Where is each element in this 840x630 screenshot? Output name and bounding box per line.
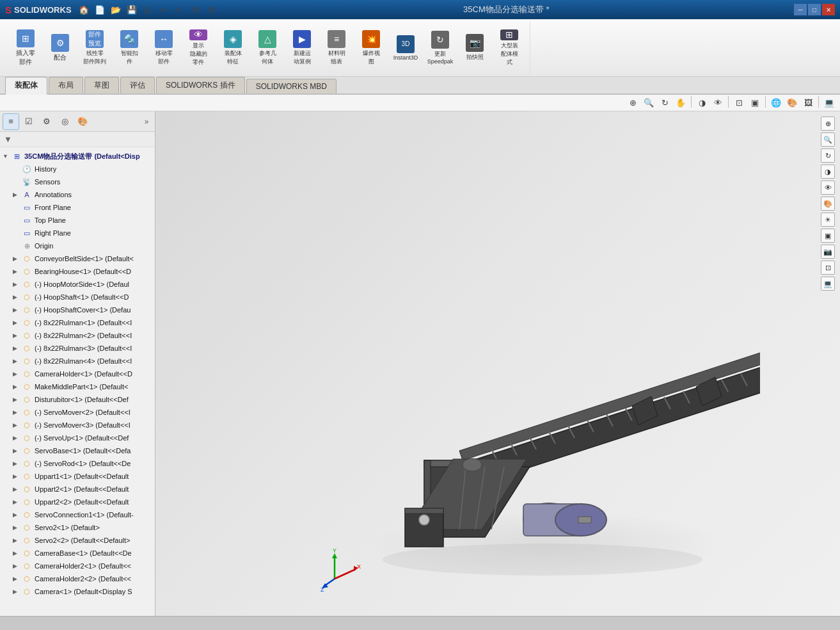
part-label-14: (-) ServoMover<3> (Default<<I [35, 421, 131, 429]
tree-uppart2-1[interactable]: ▶ ⬡ Uppart2<1> (Default<<Default [0, 483, 155, 496]
tree-rulman4[interactable]: ▶ ⬡ (-) 8x22Rulman<4> (Default<<I [0, 355, 155, 368]
save-btn[interactable]: 💾 [125, 3, 139, 17]
rebuild-btn[interactable]: ⚙ [189, 3, 203, 17]
tree-right-plane[interactable]: ▭ Right Plane [0, 227, 155, 239]
tree-servo2-2[interactable]: ▶ ⬡ Servo2<2> (Default<<Default> [0, 534, 155, 547]
rt-triad-btn[interactable]: ⊕ [821, 117, 835, 131]
tree-servomover2[interactable]: ▶ ⬡ (-) ServoMover<2> (Default<<I [0, 406, 155, 419]
update-speedpak-btn[interactable]: ↻ 更新Speedpak [424, 29, 457, 67]
display-manager-btn[interactable]: 🎨 [74, 113, 91, 130]
mate-btn[interactable]: ⚙ 配合 [44, 29, 77, 67]
tab-evaluate[interactable]: 评估 [120, 77, 155, 93]
large-assembly-btn[interactable]: ⊞ 大型装配体模式 [493, 29, 526, 67]
rt-rotate-btn[interactable]: ↻ [821, 149, 835, 163]
view-rotate-btn[interactable]: ↻ [658, 96, 672, 110]
home-btn[interactable]: 🏠 [77, 3, 91, 17]
tree-camera1[interactable]: ▶ ⬡ Camera<1> (Default<Display S [0, 585, 155, 598]
tree-hoopshaftcover[interactable]: ▶ ⬡ (-) HoopShaftCover<1> (Defau [0, 303, 155, 316]
tree-camerabase[interactable]: ▶ ⬡ CameraBase<1> (Default<<De [0, 547, 155, 560]
undo-btn[interactable]: ↩ [157, 3, 171, 17]
tree-sensors[interactable]: 📡 Sensors [0, 175, 155, 188]
options-btn[interactable]: ⚙ [205, 3, 219, 17]
rt-section-btn[interactable]: ◑ [821, 165, 835, 179]
maximize-btn[interactable]: □ [808, 4, 821, 15]
tree-root-item[interactable]: ▼ ⊞ 35CM物品分选输送带 (Default<Disp [0, 150, 155, 163]
tree-bearinghouse[interactable]: ▶ ⬡ BearingHouse<1> (Default<<D [0, 265, 155, 278]
rt-light-btn[interactable]: ☀ [821, 213, 835, 227]
rt-appear-btn[interactable]: 🎨 [821, 197, 835, 211]
print-btn[interactable]: 🖨 [141, 3, 155, 17]
tree-hoopmotorside[interactable]: ▶ ⬡ (-) HoopMotorSide<1> (Defaul [0, 278, 155, 291]
tree-servomover3[interactable]: ▶ ⬡ (-) ServoMover<3> (Default<<I [0, 419, 155, 432]
tree-top-plane[interactable]: ▭ Top Plane [0, 214, 155, 227]
scene-btn[interactable]: 🌐 [769, 96, 783, 110]
view-triad-btn[interactable]: ⊕ [626, 96, 640, 110]
tree-rulman2[interactable]: ▶ ⬡ (-) 8x22Rulman<2> (Default<<I [0, 329, 155, 342]
instant3d-btn[interactable]: 3D Instant3D [389, 29, 422, 67]
open-btn[interactable]: 📂 [109, 3, 123, 17]
tree-uppart2-2[interactable]: ▶ ⬡ Uppart2<2> (Default<<Default [0, 496, 155, 508]
tab-sw-plugins[interactable]: SOLIDWORKS 插件 [156, 77, 245, 93]
3d-viewport[interactable]: Y X Z ⊕ 🔍 ↻ ◑ 👁 🎨 ☀ ▣ 📷 ⊡ 💻 [155, 111, 840, 630]
tree-disturubitor[interactable]: ▶ ⬡ Disturubitor<1> (Default<<Def [0, 393, 155, 406]
tree-cameraholder2-2[interactable]: ▶ ⬡ CameraHolder2<2> (Default<< [0, 572, 155, 585]
appearance-btn[interactable]: 🎨 [785, 96, 799, 110]
tree-serverod[interactable]: ▶ ⬡ (-) ServoRod<1> (Default<<De [0, 457, 155, 470]
minimize-btn[interactable]: ─ [794, 4, 807, 15]
select-btn[interactable]: ↖ [173, 3, 187, 17]
shadow-btn[interactable]: ▣ [748, 96, 762, 110]
tab-assembly[interactable]: 装配体 [5, 77, 47, 95]
smart-fastener-btn[interactable]: 🔩 智能扣件 [113, 29, 146, 67]
section-view-btn[interactable]: ◑ [695, 96, 709, 110]
tree-history[interactable]: 🕐 History [0, 163, 155, 175]
decal-btn[interactable]: 🖼 [801, 96, 815, 110]
tree-front-plane[interactable]: ▭ Front Plane [0, 201, 155, 214]
tab-layout[interactable]: 布局 [49, 77, 83, 93]
tree-uppart1-1[interactable]: ▶ ⬡ Uppart1<1> (Default<<Default [0, 470, 155, 483]
rt-camera-btn[interactable]: 📷 [821, 245, 835, 259]
tree-conveyorbeltside[interactable]: ▶ ⬡ ConveyorBeltSide<1> (Default< [0, 252, 155, 265]
config-manager-btn[interactable]: ⚙ [38, 113, 55, 130]
tree-servo2-1[interactable]: ▶ ⬡ Servo2<1> (Default> [0, 521, 155, 534]
new-btn[interactable]: 📄 [93, 3, 107, 17]
close-btn[interactable]: ✕ [822, 4, 835, 15]
tree-servoup[interactable]: ▶ ⬡ (-) ServoUp<1> (Default<<Def [0, 432, 155, 444]
ref-geometry-btn[interactable]: △ 参考几何体 [251, 29, 284, 67]
view-zoom-btn[interactable]: 🔍 [642, 96, 656, 110]
tree-origin[interactable]: ⊕ Origin [0, 239, 155, 252]
tree-servobase[interactable]: ▶ ⬡ ServoBase<1> (Default<<Defa [0, 444, 155, 457]
move-component-btn[interactable]: ↔ 移动零部件 [147, 29, 180, 67]
tab-sw-mbd[interactable]: SOLIDWORKS MBD [246, 79, 337, 93]
tree-cameraholder[interactable]: ▶ ⬡ CameraHolder<1> (Default<<D [0, 368, 155, 380]
assembly-feature-btn[interactable]: ◈ 装配体特征 [216, 29, 250, 67]
snapshot-btn[interactable]: 📷 拍快照 [458, 29, 491, 67]
tab-sketch[interactable]: 草图 [84, 77, 119, 93]
tree-makemiddlepart[interactable]: ▶ ⬡ MakeMiddlePart<1> (Default< [0, 380, 155, 393]
rt-view-btn[interactable]: ⊡ [821, 261, 835, 275]
rt-display-btn[interactable]: 💻 [821, 277, 835, 291]
dim-expert-btn[interactable]: ◎ [56, 113, 73, 130]
new-motion-btn[interactable]: ▶ 新建运动算例 [285, 29, 319, 67]
tree-hoopshaft[interactable]: ▶ ⬡ (-) HoopShaft<1> (Default<<D [0, 291, 155, 303]
tree-cameraholder2-1[interactable]: ▶ ⬡ CameraHolder2<1> (Default<< [0, 560, 155, 572]
show-hidden-icon: 👁 [189, 29, 207, 40]
rt-zoom-btn[interactable]: 🔍 [821, 133, 835, 147]
tree-rulman3[interactable]: ▶ ⬡ (-) 8x22Rulman<3> (Default<<I [0, 342, 155, 355]
explode-btn[interactable]: 💥 爆炸视图 [354, 29, 388, 67]
view-pan-btn[interactable]: ✋ [674, 96, 688, 110]
tree-annotations[interactable]: ▶ A Annotations [0, 188, 155, 201]
panel-expand-btn[interactable]: » [141, 113, 152, 130]
insert-part-btn[interactable]: ⊞ 插入零部件 [9, 29, 42, 67]
component-label-btn[interactable]: 部件预览 线性零部件阵列 [78, 29, 111, 67]
feature-manager-btn[interactable]: ≡ [3, 113, 19, 130]
show-hidden-btn[interactable]: 👁 显示隐藏的零件 [182, 29, 215, 67]
property-manager-btn[interactable]: ☑ [20, 113, 37, 130]
bom-btn[interactable]: ≡ 材料明细表 [320, 29, 353, 67]
rt-hide-btn[interactable]: 👁 [821, 181, 835, 195]
rt-scene-btn[interactable]: ▣ [821, 229, 835, 243]
display-style-btn[interactable]: ⊡ [732, 96, 746, 110]
tree-servoconn[interactable]: ▶ ⬡ ServoConnection1<1> (Default- [0, 508, 155, 521]
monitor-btn[interactable]: 💻 [822, 96, 836, 110]
hide-show-btn[interactable]: 👁 [711, 96, 725, 110]
tree-rulman1[interactable]: ▶ ⬡ (-) 8x22Rulman<1> (Default<<I [0, 316, 155, 329]
